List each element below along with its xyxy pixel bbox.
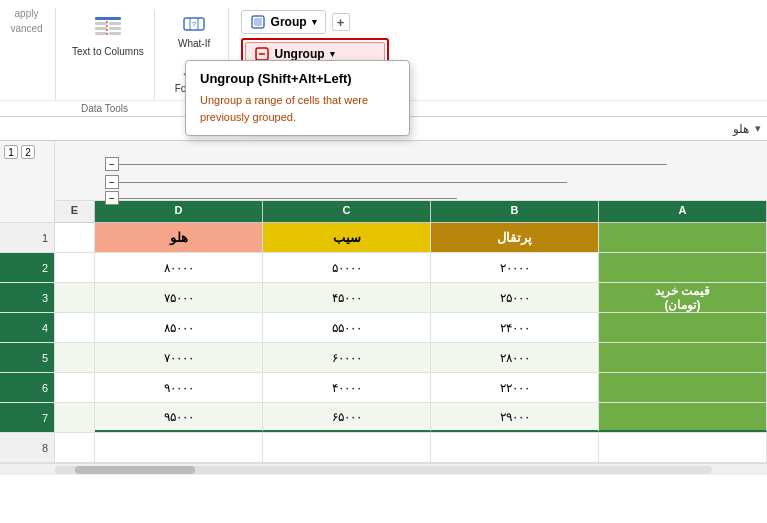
cell-c6[interactable]: ۴۰۰۰۰ xyxy=(263,373,431,402)
group-icon xyxy=(250,14,266,30)
col-header-a: A xyxy=(599,201,767,222)
group-bracket-area: − − − xyxy=(55,141,767,201)
svg-rect-5 xyxy=(95,32,107,35)
table-row: ۸۵۰۰۰ ۵۵۰۰۰ ۲۴۰۰۰ xyxy=(55,313,767,343)
cell-d5[interactable]: ۷۰۰۰۰ xyxy=(95,343,263,372)
cell-b5[interactable]: ۲۸۰۰۰ xyxy=(431,343,599,372)
cell-d7[interactable]: ۹۵۰۰۰ xyxy=(95,403,263,432)
table-row: ۷۰۰۰۰ ۶۰۰۰۰ ۲۸۰۰۰ xyxy=(55,343,767,373)
group-dropdown-btn[interactable]: Group ▾ xyxy=(241,10,326,34)
cell-d1[interactable]: هلو xyxy=(95,223,263,252)
name-box-text: هلو xyxy=(733,122,755,136)
cell-d4[interactable]: ۸۵۰۰۰ xyxy=(95,313,263,342)
cell-a1[interactable] xyxy=(599,223,767,252)
cell-d2[interactable]: ۸۰۰۰۰ xyxy=(95,253,263,282)
text-to-columns-btn[interactable]: Text to Columns xyxy=(62,8,155,100)
data-tools-label: Data Tools xyxy=(62,103,147,114)
svg-rect-6 xyxy=(109,32,121,35)
svg-rect-4 xyxy=(109,27,121,30)
table-row: هلو سیب پرتقال xyxy=(55,223,767,253)
group-dropdown-arrow: ▾ xyxy=(312,17,317,27)
tooltip-description: Ungroup a range of cells that were previ… xyxy=(200,92,395,125)
bracket-minus-2[interactable]: − xyxy=(105,175,119,189)
svg-rect-13 xyxy=(254,18,262,26)
cell-a5[interactable] xyxy=(599,343,767,372)
group-label: Group xyxy=(271,15,307,29)
ungroup-btn-label: Ungroup xyxy=(275,47,325,61)
bracket-minus-1[interactable]: − xyxy=(105,157,119,171)
cell-c2[interactable]: ۵۰۰۰۰ xyxy=(263,253,431,282)
svg-rect-1 xyxy=(95,22,107,25)
cell-c5[interactable]: ۶۰۰۰۰ xyxy=(263,343,431,372)
cell-b3[interactable]: ۲۵۰۰۰ xyxy=(431,283,599,312)
row-group-indicators: 1 2 1 2 3 4 5 6 7 8 xyxy=(0,141,55,463)
cell-a7[interactable] xyxy=(599,403,767,432)
cell-e1 xyxy=(55,223,95,252)
cell-d3[interactable]: ۷۵۰۰۰ xyxy=(95,283,263,312)
cell-a3[interactable]: قیمت خرید (تومان) xyxy=(599,283,767,312)
table-row: ۷۵۰۰۰ ۴۵۰۰۰ ۲۵۰۰۰ قیمت خرید (تومان) xyxy=(55,283,767,313)
svg-rect-3 xyxy=(95,27,107,30)
cell-c7[interactable]: ۶۵۰۰۰ xyxy=(263,403,431,432)
svg-text:?: ? xyxy=(192,21,196,28)
table-row: ۹۵۰۰۰ ۶۵۰۰۰ ۲۹۰۰۰ xyxy=(55,403,767,433)
svg-rect-0 xyxy=(95,17,121,20)
cell-c1[interactable]: سیب xyxy=(263,223,431,252)
cell-c3[interactable]: ۴۵۰۰۰ xyxy=(263,283,431,312)
what-if-icon: ? xyxy=(180,10,208,38)
svg-rect-2 xyxy=(109,22,121,25)
col-header-e: E xyxy=(55,201,95,222)
cell-b1[interactable]: پرتقال xyxy=(431,223,599,252)
cell-d6[interactable]: ۹۰۰۰۰ xyxy=(95,373,263,402)
cell-a2[interactable] xyxy=(599,253,767,282)
level-1-btn[interactable]: 1 xyxy=(4,145,18,159)
ungroup-dropdown-arrow: ▾ xyxy=(330,49,335,59)
table-row: ۸۰۰۰۰ ۵۰۰۰۰ ۲۰۰۰۰ xyxy=(55,253,767,283)
bracket-minus-3[interactable]: − xyxy=(105,191,119,205)
plus-button[interactable]: + xyxy=(332,13,350,31)
cell-b7[interactable]: ۲۹۰۰۰ xyxy=(431,403,599,432)
what-if-btn[interactable]: ? What-If xyxy=(172,8,216,51)
cell-a6[interactable] xyxy=(599,373,767,402)
level-2-btn[interactable]: 2 xyxy=(21,145,35,159)
table-row: ۹۰۰۰۰ ۴۰۰۰۰ ۲۲۰۰۰ xyxy=(55,373,767,403)
tooltip-popup: Ungroup (Shift+Alt+Left) Ungroup a range… xyxy=(185,60,410,136)
cell-b6[interactable]: ۲۲۰۰۰ xyxy=(431,373,599,402)
cell-c4[interactable]: ۵۵۰۰۰ xyxy=(263,313,431,342)
horizontal-scrollbar[interactable] xyxy=(0,463,767,475)
table-row xyxy=(55,433,767,463)
cell-a4[interactable] xyxy=(599,313,767,342)
text-columns-icon xyxy=(90,10,126,46)
tooltip-title: Ungroup (Shift+Alt+Left) xyxy=(200,71,395,86)
cell-b2[interactable]: ۲۰۰۰۰ xyxy=(431,253,599,282)
text-columns-label: Text to Columns xyxy=(72,46,144,58)
what-if-label: What-If xyxy=(178,38,210,49)
name-box-expand[interactable]: ▾ xyxy=(755,122,761,135)
cell-b4[interactable]: ۲۴۰۰۰ xyxy=(431,313,599,342)
